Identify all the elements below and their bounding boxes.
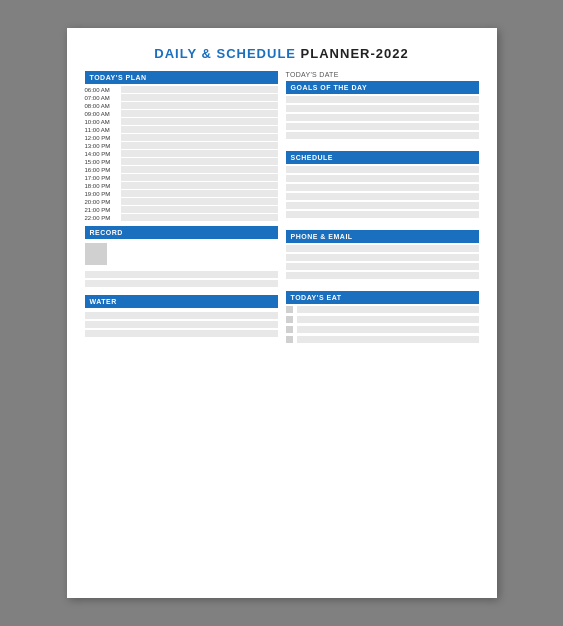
left-column: TODAY'S PLAN 06:00 AM 07:00 AM 08:00 AM … bbox=[85, 71, 278, 346]
time-row: 07:00 AM bbox=[85, 94, 278, 101]
time-label: 20:00 PM bbox=[85, 199, 121, 205]
time-row: 21:00 PM bbox=[85, 206, 278, 213]
record-box bbox=[85, 243, 107, 265]
time-row: 13:00 PM bbox=[85, 142, 278, 149]
time-label: 15:00 PM bbox=[85, 159, 121, 165]
time-line bbox=[121, 198, 278, 205]
eat-checkbox-4 bbox=[286, 336, 293, 343]
time-label: 10:00 AM bbox=[85, 119, 121, 125]
eat-header: TODAY'S EAT bbox=[286, 291, 479, 304]
goals-header: GOALS OF THE DAY bbox=[286, 81, 479, 94]
time-label: 08:00 AM bbox=[85, 103, 121, 109]
time-row: 17:00 PM bbox=[85, 174, 278, 181]
todays-plan-header: TODAY'S PLAN bbox=[85, 71, 278, 84]
water-header: WATER bbox=[85, 295, 278, 308]
title-highlight: DAILY & SCHEDULE bbox=[154, 46, 300, 61]
time-line bbox=[121, 174, 278, 181]
right-column: TODAY'S DATE GOALS OF THE DAY SCHEDULE bbox=[286, 71, 479, 346]
title-plain: PLANNER-2022 bbox=[301, 46, 409, 61]
time-row: 11:00 AM bbox=[85, 126, 278, 133]
time-row: 18:00 PM bbox=[85, 182, 278, 189]
record-header: RECORD bbox=[85, 226, 278, 239]
time-line bbox=[121, 158, 278, 165]
water-lines bbox=[85, 312, 278, 337]
time-line bbox=[121, 166, 278, 173]
time-label: 17:00 PM bbox=[85, 175, 121, 181]
eat-lines bbox=[286, 306, 479, 343]
time-row: 20:00 PM bbox=[85, 198, 278, 205]
time-line bbox=[121, 94, 278, 101]
record-line-2 bbox=[85, 280, 278, 287]
time-line bbox=[121, 142, 278, 149]
page-title: DAILY & SCHEDULE PLANNER-2022 bbox=[85, 46, 479, 61]
phone-header: PHONE & EMAIL bbox=[286, 230, 479, 243]
time-row: 08:00 AM bbox=[85, 102, 278, 109]
time-row: 22:00 PM bbox=[85, 214, 278, 221]
time-line bbox=[121, 190, 278, 197]
planner-page: DAILY & SCHEDULE PLANNER-2022 TODAY'S PL… bbox=[67, 28, 497, 598]
time-label: 13:00 PM bbox=[85, 143, 121, 149]
time-row: 15:00 PM bbox=[85, 158, 278, 165]
time-line bbox=[121, 206, 278, 213]
time-line bbox=[121, 118, 278, 125]
time-line bbox=[121, 182, 278, 189]
schedule-lines bbox=[286, 166, 479, 218]
time-line bbox=[121, 126, 278, 133]
time-label: 21:00 PM bbox=[85, 207, 121, 213]
time-row: 10:00 AM bbox=[85, 118, 278, 125]
time-row: 09:00 AM bbox=[85, 110, 278, 117]
main-columns: TODAY'S PLAN 06:00 AM 07:00 AM 08:00 AM … bbox=[85, 71, 479, 346]
time-line bbox=[121, 110, 278, 117]
time-label: 22:00 PM bbox=[85, 215, 121, 221]
time-line bbox=[121, 150, 278, 157]
record-line-1 bbox=[85, 271, 278, 278]
time-label: 16:00 PM bbox=[85, 167, 121, 173]
todays-date-label: TODAY'S DATE bbox=[286, 71, 479, 78]
time-row: 14:00 PM bbox=[85, 150, 278, 157]
phone-lines bbox=[286, 245, 479, 279]
time-label: 19:00 PM bbox=[85, 191, 121, 197]
eat-checkbox-2 bbox=[286, 316, 293, 323]
time-label: 06:00 AM bbox=[85, 87, 121, 93]
time-row: 06:00 AM bbox=[85, 86, 278, 93]
time-row: 16:00 PM bbox=[85, 166, 278, 173]
eat-checkbox-3 bbox=[286, 326, 293, 333]
time-label: 09:00 AM bbox=[85, 111, 121, 117]
time-line bbox=[121, 214, 278, 221]
water-line-2 bbox=[85, 321, 278, 328]
time-label: 14:00 PM bbox=[85, 151, 121, 157]
time-label: 07:00 AM bbox=[85, 95, 121, 101]
time-line bbox=[121, 86, 278, 93]
goals-lines bbox=[286, 96, 479, 139]
time-line bbox=[121, 134, 278, 141]
water-line-3 bbox=[85, 330, 278, 337]
eat-checkbox-1 bbox=[286, 306, 293, 313]
time-label: 11:00 AM bbox=[85, 127, 121, 133]
time-label: 12:00 PM bbox=[85, 135, 121, 141]
time-rows: 06:00 AM 07:00 AM 08:00 AM 09:00 AM 10:0… bbox=[85, 86, 278, 221]
time-line bbox=[121, 102, 278, 109]
time-label: 18:00 PM bbox=[85, 183, 121, 189]
schedule-header: SCHEDULE bbox=[286, 151, 479, 164]
water-line-1 bbox=[85, 312, 278, 319]
time-row: 19:00 PM bbox=[85, 190, 278, 197]
time-row: 12:00 PM bbox=[85, 134, 278, 141]
